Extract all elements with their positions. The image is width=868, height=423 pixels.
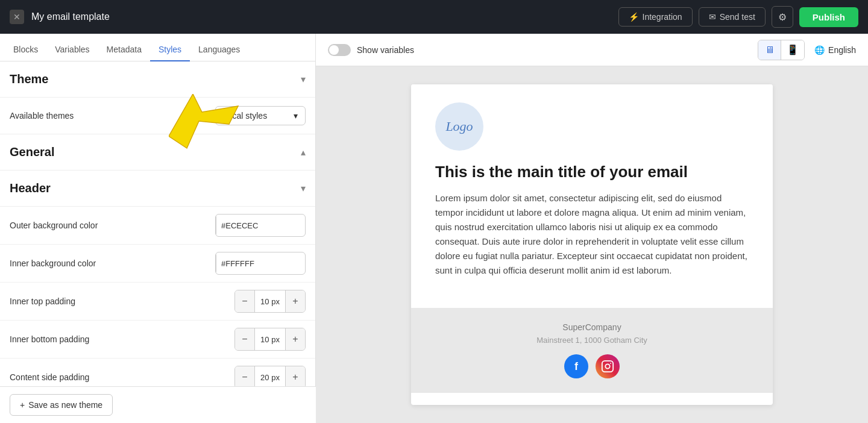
inner-bg-color-input[interactable] (215, 252, 306, 275)
main-layout: Blocks Variables Metadata Styles Languag… (0, 34, 868, 423)
save-theme-label: Save as new theme (28, 400, 102, 410)
preview-area: Logo This is the main title of your emai… (316, 66, 868, 423)
available-themes-label: Available themes (10, 111, 74, 121)
top-bar-actions: ⚡ Integration ✉ Send test ⚙ Publish (618, 6, 859, 28)
inner-bottom-padding-row: Inner bottom padding − + (0, 321, 315, 359)
show-variables-label: Show variables (357, 45, 414, 55)
right-panel: Show variables 🖥 📱 🌐 English (316, 34, 868, 423)
logo-circle: Logo (435, 102, 483, 151)
svg-point-2 (605, 364, 609, 368)
inner-top-increase-button[interactable]: + (286, 290, 305, 312)
content-side-padding-control: − + (234, 366, 306, 389)
inner-top-padding-label: Inner top padding (10, 296, 75, 306)
email-body-text: Lorem ipsum dolor sit amet, consectetur … (435, 191, 749, 296)
facebook-icon[interactable]: f (564, 354, 588, 378)
header-chevron-icon: ▾ (301, 183, 306, 194)
tab-styles[interactable]: Styles (150, 39, 190, 61)
footer-address: Mainstreet 1, 1000 Gotham City (426, 336, 758, 345)
inner-bg-value-input[interactable] (216, 259, 306, 268)
available-themes-row: Available themes Local styles ▾ (0, 98, 315, 134)
integration-button[interactable]: ⚡ Integration (618, 7, 693, 27)
email-footer: SuperCompany Mainstreet 1, 1000 Gotham C… (411, 308, 773, 393)
send-test-button[interactable]: ✉ Send test (699, 7, 766, 27)
inner-bottom-padding-control: − + (234, 328, 306, 351)
instagram-icon[interactable] (596, 354, 620, 378)
outer-bg-color-input[interactable] (215, 214, 306, 237)
header-section-title: Header (10, 181, 51, 195)
theme-section-header[interactable]: Theme ▾ (0, 61, 315, 98)
sidebar-content: Theme ▾ Available themes Local styles ▾ … (0, 61, 315, 423)
integration-icon: ⚡ (629, 12, 639, 22)
inner-top-decrease-button[interactable]: − (235, 290, 254, 312)
show-variables-toggle-container: Show variables (328, 44, 414, 56)
mobile-view-button[interactable]: 📱 (781, 40, 804, 60)
close-button[interactable]: ✕ (10, 10, 24, 24)
theme-chevron-icon: ▾ (301, 74, 306, 85)
content-side-decrease-button[interactable]: − (235, 366, 254, 388)
mobile-icon: 📱 (787, 44, 799, 55)
language-button[interactable]: 🌐 English (814, 45, 856, 55)
globe-icon: 🌐 (814, 45, 825, 55)
left-panel: Blocks Variables Metadata Styles Languag… (0, 34, 316, 423)
content-side-padding-label: Content side padding (10, 372, 89, 382)
svg-point-3 (610, 363, 611, 364)
language-label: English (828, 45, 856, 55)
content-side-value-input[interactable] (254, 366, 286, 388)
theme-select-dropdown[interactable]: Local styles ▾ (215, 106, 306, 125)
inner-top-padding-row: Inner top padding − + (0, 283, 315, 321)
inner-bottom-decrease-button[interactable]: − (235, 328, 254, 350)
desktop-view-button[interactable]: 🖥 (758, 40, 781, 60)
theme-chevron-down-icon: ▾ (294, 111, 298, 121)
theme-select-value: Local styles (223, 111, 267, 121)
tab-variables[interactable]: Variables (46, 39, 98, 61)
preview-toolbar: Show variables 🖥 📱 🌐 English (316, 34, 868, 66)
general-section-header[interactable]: General ▴ (0, 134, 315, 171)
settings-button[interactable]: ⚙ (772, 6, 793, 28)
publish-button[interactable]: Publish (799, 7, 858, 27)
outer-bg-value-input[interactable] (216, 221, 306, 230)
show-variables-toggle[interactable] (328, 44, 351, 56)
header-section-header[interactable]: Header ▾ (0, 171, 315, 207)
desktop-icon: 🖥 (765, 45, 775, 55)
inner-top-padding-control: − + (234, 290, 306, 313)
footer-company: SuperCompany (426, 322, 758, 332)
email-header: Logo This is the main title of your emai… (411, 84, 773, 308)
email-preview: Logo This is the main title of your emai… (411, 84, 773, 405)
general-section-title: General (10, 145, 54, 159)
save-theme-button[interactable]: + Save as new theme (10, 394, 113, 416)
general-chevron-icon: ▴ (301, 146, 306, 158)
inner-bg-label: Inner background color (10, 258, 96, 268)
inner-bottom-padding-label: Inner bottom padding (10, 334, 89, 344)
tab-languages[interactable]: Languages (190, 39, 248, 61)
inner-top-value-input[interactable] (254, 290, 286, 312)
outer-bg-row: Outer background color (0, 207, 315, 245)
svg-rect-1 (602, 361, 613, 372)
inner-bottom-value-input[interactable] (254, 328, 286, 350)
tab-bar: Blocks Variables Metadata Styles Languag… (0, 34, 315, 61)
content-side-increase-button[interactable]: + (286, 366, 305, 388)
save-bar: + Save as new theme (0, 386, 316, 423)
send-icon: ✉ (709, 12, 716, 22)
social-icons: f (426, 354, 758, 378)
tab-metadata[interactable]: Metadata (98, 39, 150, 61)
theme-section-title: Theme (10, 72, 48, 86)
device-switcher: 🖥 📱 (758, 40, 805, 60)
inner-bg-row: Inner background color (0, 245, 315, 283)
page-title: My email template (31, 11, 611, 22)
tab-blocks[interactable]: Blocks (5, 39, 46, 61)
top-bar: ✕ My email template ⚡ Integration ✉ Send… (0, 0, 868, 34)
inner-bottom-increase-button[interactable]: + (286, 328, 305, 350)
close-icon: ✕ (13, 12, 20, 22)
logo-text: Logo (445, 119, 473, 134)
email-title: This is the main title of your email (435, 163, 749, 181)
outer-bg-label: Outer background color (10, 221, 98, 230)
plus-icon: + (20, 400, 25, 410)
settings-icon: ⚙ (778, 11, 787, 23)
